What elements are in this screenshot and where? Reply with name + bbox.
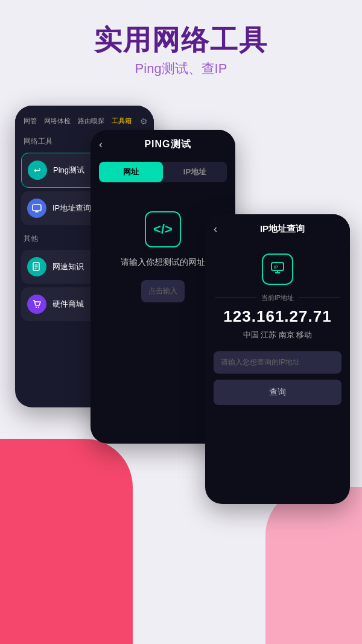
ping-title: PING测试: [109, 138, 227, 151]
ip-divider: 当前IP地址: [205, 293, 350, 302]
ip-query-input[interactable]: 请输入您想查询的IP地址: [214, 351, 341, 374]
ip-symbol: IP: [271, 261, 284, 278]
ping-input-area[interactable]: 点击输入: [141, 280, 185, 302]
ping-input-placeholder: 点击输入: [148, 287, 177, 295]
svg-rect-0: [33, 205, 41, 211]
nav-tab-luyou[interactable]: 路由嗅探: [75, 115, 107, 127]
current-ip-address: 123.161.27.71: [223, 307, 331, 326]
gear-icon[interactable]: ⚙: [140, 116, 148, 126]
divider-label-text: 当前IP地址: [256, 293, 299, 302]
shop-label: 硬件商城: [52, 299, 84, 310]
ip-content: IP 当前IP地址 123.161.27.71 中国 江苏 南京 移动 请输入您…: [205, 241, 350, 405]
divider-line-left: [215, 298, 256, 298]
ping-hint: 请输入你想测试的网址: [121, 257, 205, 268]
app-header: 实用网络工具 Ping测试、查IP: [0, 0, 362, 90]
nav-tab-toolbox[interactable]: 工具箱: [109, 115, 134, 127]
knowledge-icon: [27, 257, 46, 276]
query-button[interactable]: 查询: [214, 380, 341, 405]
tab-wangzhi[interactable]: 网址: [99, 162, 163, 182]
code-icon: </>: [145, 211, 181, 247]
app-title: 实用网络工具: [0, 24, 362, 56]
ip-query-placeholder: 请输入您想查询的IP地址: [221, 358, 300, 366]
knowledge-label: 网速知识: [52, 261, 84, 272]
phone-ip-lookup: ‹ IP地址查询 IP 当前IP地址 123.161.27.: [205, 214, 350, 504]
ip-label: IP地址查询: [52, 203, 91, 214]
svg-point-8: [38, 307, 39, 308]
ip-title: IP地址查询: [223, 223, 341, 235]
ping-tab-switcher: 网址 IP地址: [99, 162, 227, 182]
ip-header: ‹ IP地址查询: [205, 214, 350, 241]
ip-query-icon: IP: [262, 253, 293, 285]
ping-label: Ping测试: [53, 165, 84, 176]
ip-location: 中国 江苏 南京 移动: [243, 330, 313, 340]
ping-header: ‹ PING测试: [91, 130, 235, 157]
ip-icon: [27, 199, 46, 218]
ping-back-button[interactable]: ‹: [99, 138, 103, 151]
phones-container: 网管 网络体检 路由嗅探 工具箱 ⚙ 网络工具 ↩ Ping测试 › IP地址查…: [0, 94, 362, 644]
tab-ipaddr[interactable]: IP地址: [163, 162, 227, 182]
shop-icon: [27, 295, 46, 314]
ip-back-button[interactable]: ‹: [214, 223, 217, 235]
app-subtitle: Ping测试、查IP: [0, 60, 362, 78]
nav-tab-jianche[interactable]: 网络体检: [42, 115, 73, 127]
svg-point-7: [36, 307, 37, 308]
divider-line-right: [299, 298, 340, 298]
code-symbol: </>: [153, 222, 173, 237]
ping-icon: ↩: [28, 161, 47, 180]
svg-text:IP: IP: [274, 265, 278, 269]
nav-tabs: 网管 网络体检 路由嗅探 工具箱 ⚙: [15, 106, 154, 132]
nav-tab-wangguan[interactable]: 网管: [21, 115, 39, 127]
